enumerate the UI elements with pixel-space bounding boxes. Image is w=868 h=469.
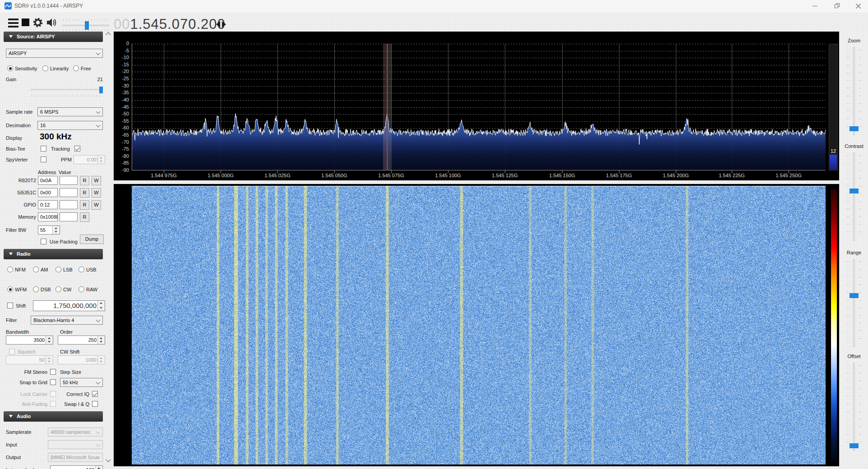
- audio-latency-spinner[interactable]: 100: [50, 465, 103, 469]
- gain-slider[interactable]: [31, 87, 103, 94]
- menu-button[interactable]: [8, 18, 18, 29]
- waterfall-plot[interactable]: [132, 186, 826, 464]
- spinner-arrows[interactable]: [52, 226, 60, 234]
- settings-gear-icon[interactable]: [32, 17, 43, 28]
- register-read-button[interactable]: R: [80, 188, 89, 198]
- filter-bw-spinner[interactable]: 55: [38, 225, 60, 234]
- audio-samplerate-label: Samplerate: [6, 429, 31, 435]
- sidebar-scroll-up-button[interactable]: [106, 32, 111, 36]
- register-read-button[interactable]: R: [80, 212, 89, 222]
- register-value-input[interactable]: [60, 176, 78, 185]
- spinner-arrows[interactable]: [95, 466, 102, 469]
- register-address-input[interactable]: 0x0A: [38, 176, 58, 185]
- order-spinner[interactable]: 250: [58, 336, 105, 345]
- source-panel-header[interactable]: Source: AIRSPY: [4, 32, 103, 42]
- range-slider-thumb[interactable]: [850, 293, 859, 298]
- volume-slider[interactable]: [62, 17, 109, 32]
- spyverter-checkbox[interactable]: [41, 156, 46, 162]
- mode-label: LSB: [63, 265, 73, 274]
- register-value-input[interactable]: [60, 200, 78, 209]
- register-write-button[interactable]: W: [92, 188, 101, 198]
- spinner-arrows[interactable]: [97, 336, 105, 344]
- spinner-arrows[interactable]: [97, 156, 105, 164]
- radio-panel-header[interactable]: Radio: [4, 249, 103, 259]
- speaker-icon[interactable]: [46, 18, 57, 28]
- snap-to-grid-checkbox[interactable]: [50, 379, 56, 385]
- spinner-arrows[interactable]: [97, 301, 105, 311]
- signal-level-indicator[interactable]: 12: [829, 44, 838, 170]
- zoom-slider-label: Zoom: [840, 38, 868, 43]
- y-axis-tick-label: -55: [114, 118, 129, 124]
- audio-input-dropdown: [48, 440, 103, 449]
- decimation-dropdown[interactable]: 16: [37, 121, 103, 130]
- mode-usb-radio[interactable]: [78, 267, 84, 272]
- y-axis-tick-label: -45: [114, 104, 129, 110]
- spinner-arrows: [97, 356, 105, 364]
- dump-button[interactable]: Dump: [80, 234, 104, 244]
- frequency-display[interactable]: 001.545.070.200: [114, 16, 226, 32]
- zoom-slider-thumb[interactable]: [850, 126, 859, 131]
- chevron-down-icon: [96, 318, 101, 322]
- mode-raw-radio[interactable]: [78, 286, 84, 292]
- zoom-slider[interactable]: [846, 47, 862, 135]
- frequency-step-arrows-icon[interactable]: [216, 21, 229, 28]
- mode-nfm-radio[interactable]: [7, 267, 13, 272]
- correct-iq-checkbox[interactable]: [92, 391, 98, 397]
- register-address-input[interactable]: 0:12: [38, 200, 58, 209]
- contrast-slider[interactable]: [846, 152, 862, 241]
- spectrum-plot[interactable]: [132, 44, 826, 170]
- mode-cw-radio[interactable]: [55, 286, 61, 292]
- maximize-button[interactable]: [827, 0, 847, 12]
- sidebar-scroll-down-button[interactable]: [106, 457, 111, 461]
- y-axis-tick-label: -20: [114, 69, 129, 74]
- mode-wfm-radio[interactable]: [7, 286, 13, 292]
- mode-am-radio[interactable]: [33, 267, 39, 272]
- gain-mode-free-radio[interactable]: [73, 65, 79, 71]
- register-address-input[interactable]: 0x1008l: [38, 212, 58, 221]
- source-device-dropdown[interactable]: AIRSPY: [6, 49, 103, 58]
- shift-checkbox[interactable]: [7, 303, 13, 308]
- register-read-button[interactable]: R: [80, 200, 89, 210]
- gain-mode-label: Free: [81, 64, 91, 73]
- tracking-checkbox[interactable]: [74, 146, 80, 152]
- step-size-dropdown[interactable]: 50 kHz: [60, 378, 103, 387]
- use-packing-checkbox[interactable]: [41, 239, 46, 244]
- ppm-spinner[interactable]: 0.00: [74, 155, 105, 164]
- register-write-button[interactable]: W: [92, 176, 101, 185]
- bandwidth-spinner[interactable]: 3500: [6, 336, 53, 345]
- mode-lsb-radio[interactable]: [55, 267, 61, 272]
- mode-dsb-radio[interactable]: [33, 286, 39, 292]
- range-slider[interactable]: [846, 259, 862, 347]
- bias-tee-checkbox[interactable]: [41, 146, 46, 152]
- register-read-button[interactable]: R: [80, 176, 89, 185]
- spinner-arrows[interactable]: [46, 336, 53, 344]
- stop-button[interactable]: [22, 18, 29, 26]
- swap-iq-checkbox[interactable]: [92, 401, 98, 407]
- register-address-input[interactable]: 0x00: [38, 188, 58, 197]
- gain-mode-linearity-radio[interactable]: [42, 65, 48, 71]
- offset-slider-thumb[interactable]: [850, 443, 859, 448]
- app-logo-icon: [5, 2, 12, 9]
- mode-label: WFM: [15, 285, 27, 294]
- spyverter-label: SpyVerter: [6, 157, 28, 162]
- register-write-button[interactable]: W: [92, 200, 101, 210]
- register-value-input[interactable]: [60, 188, 78, 197]
- register-value-input[interactable]: [60, 212, 78, 221]
- gain-mode-sensitivity-radio[interactable]: [7, 65, 13, 71]
- volume-slider-thumb[interactable]: [85, 21, 89, 30]
- x-axis-tick-label: 1.545 200G: [656, 173, 696, 178]
- gain-slider-thumb[interactable]: [99, 87, 103, 93]
- shift-spinner[interactable]: 1,750,000,000: [33, 300, 105, 311]
- minimize-button[interactable]: [805, 0, 825, 12]
- display-controls-panel: Zoom Contrast Range Offset: [840, 32, 868, 467]
- audio-panel-header[interactable]: Audio: [4, 411, 103, 422]
- fm-stereo-checkbox[interactable]: [50, 369, 56, 375]
- titlebar: SDR# v1.0.0.1444 - AIRSPY: [0, 0, 868, 12]
- gain-value: 21: [97, 75, 103, 84]
- close-button[interactable]: [848, 0, 868, 12]
- offset-slider[interactable]: [846, 363, 862, 451]
- filter-dropdown[interactable]: Blackman-Harris 4: [31, 316, 103, 325]
- sample-rate-dropdown[interactable]: 6 MSPS: [37, 107, 103, 116]
- contrast-slider-thumb[interactable]: [850, 189, 859, 193]
- waterfall-color-scale: [831, 189, 837, 461]
